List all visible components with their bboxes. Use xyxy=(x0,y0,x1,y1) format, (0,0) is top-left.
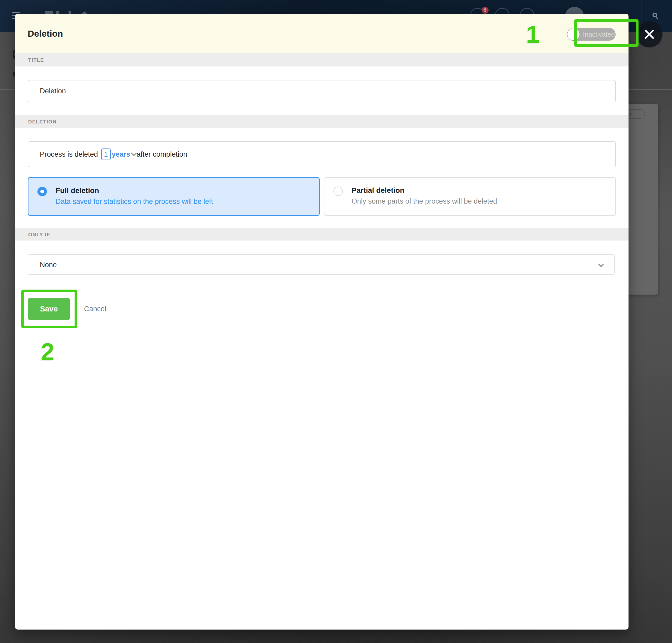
schedule-suffix: after completion xyxy=(137,150,187,158)
schedule-prefix: Process is deleted xyxy=(40,150,98,158)
years-unit-select[interactable]: years xyxy=(112,150,130,158)
section-deletion-label: DELETION xyxy=(28,119,57,125)
section-onlyif-bar: ONLY IF xyxy=(15,228,629,241)
section-title-bar: TITLE xyxy=(15,53,629,66)
section-deletion-bar: DELETION xyxy=(15,115,629,128)
chevron-down-icon xyxy=(598,262,604,267)
title-input[interactable] xyxy=(28,80,616,102)
section-title-label: TITLE xyxy=(28,57,44,63)
only-if-dropdown[interactable]: None xyxy=(28,254,615,275)
option-description: Only some parts of the process will be d… xyxy=(351,197,497,205)
full-deletion-option[interactable]: Full deletion Data saved for statistics … xyxy=(28,177,320,216)
modal-title: Deletion xyxy=(28,28,63,39)
cancel-button[interactable]: Cancel xyxy=(84,305,106,313)
search-icon xyxy=(652,13,660,20)
notification-badge: 9 xyxy=(482,7,488,14)
screen: lter 9 Deletion Inactivated xyxy=(0,0,672,643)
radio-selected-icon[interactable] xyxy=(37,187,47,196)
close-button[interactable] xyxy=(636,21,662,48)
chevron-down-icon[interactable] xyxy=(131,150,137,156)
deletion-schedule-box: Process is deleted 1 years after complet… xyxy=(28,141,616,167)
option-title: Partial deletion xyxy=(351,186,405,195)
radio-unselected-icon[interactable] xyxy=(333,186,343,196)
annotation-step-1: 1 xyxy=(526,21,539,48)
option-description: Data saved for statistics on the process… xyxy=(55,197,213,206)
annotation-box-2 xyxy=(21,290,77,328)
section-onlyif-label: ONLY IF xyxy=(28,232,50,238)
dropdown-value: None xyxy=(40,261,57,269)
annotation-step-2: 2 xyxy=(41,338,54,366)
option-title: Full deletion xyxy=(55,186,99,195)
annotation-box-1 xyxy=(574,19,638,47)
deletion-modal: Deletion Inactivated TITLE DELETION Proc… xyxy=(15,14,629,630)
years-value-stepper[interactable]: 1 xyxy=(101,148,111,160)
partial-deletion-option[interactable]: Partial deletion Only some parts of the … xyxy=(324,177,616,216)
